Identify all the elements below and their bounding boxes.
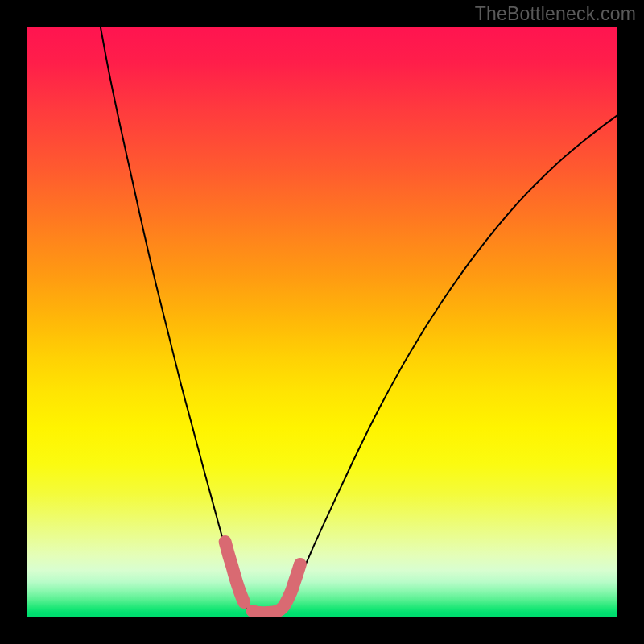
bottleneck-curve: [101, 27, 617, 615]
chart-frame: TheBottleneck.com: [0, 0, 644, 644]
marker-segment: [225, 542, 244, 602]
curve-layer: [27, 27, 617, 617]
bottleneck-curves: [101, 27, 617, 615]
plot-area: [27, 27, 617, 617]
marker-segment: [252, 564, 299, 613]
pink-markers: [225, 542, 300, 613]
watermark-text: TheBottleneck.com: [475, 3, 636, 25]
